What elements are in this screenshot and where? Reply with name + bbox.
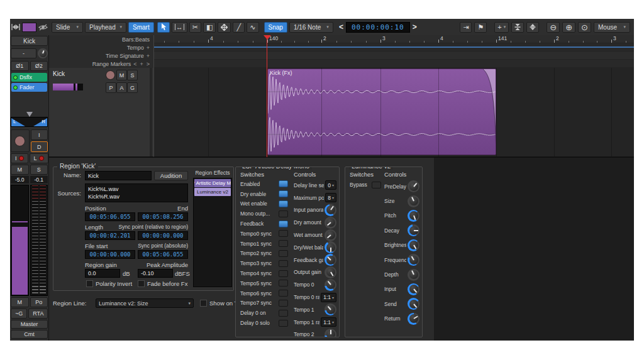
luminance-knob-predelay[interactable] (408, 180, 419, 192)
track-canvas[interactable]: Kick (Fx) (153, 68, 634, 157)
ruler-action-prev[interactable]: < (133, 61, 136, 67)
time-signature-ruler[interactable] (154, 52, 634, 60)
ruler-action-add[interactable]: + (147, 53, 150, 59)
sync-rel-input[interactable]: 00:00:00.000 (138, 231, 188, 240)
lsp-switch-enabled[interactable] (279, 180, 288, 187)
track-playlist-button[interactable]: P (106, 82, 116, 93)
monitor-i-button[interactable]: I (11, 153, 28, 163)
mute-button[interactable]: M (11, 165, 29, 175)
master-output-button[interactable]: Master (11, 320, 48, 329)
grid-dropdown[interactable]: 1/16 Note▾ (289, 22, 333, 33)
strip-po-button[interactable]: Po (30, 297, 48, 307)
range-markers-ruler[interactable] (154, 60, 634, 68)
draw-tool-button[interactable]: ╱ (233, 22, 245, 33)
luminance-knob-pitch[interactable] (408, 210, 419, 222)
ruler-action-next[interactable]: > (147, 61, 150, 67)
marker-icon[interactable]: ⚑ (474, 22, 487, 33)
audio-region-kick[interactable]: Kick (Fx) (267, 68, 496, 155)
luminance-switch-bypass[interactable] (372, 182, 381, 188)
fader-handle[interactable] (12, 221, 28, 222)
monitor-l-button[interactable]: L (30, 153, 48, 163)
lsp-knob-dry-amount[interactable] (325, 217, 336, 229)
file-start-input[interactable]: 00:00:00.000 (85, 250, 135, 259)
region-effect-item[interactable]: P Artistic Delay Mo (194, 179, 231, 187)
track-solo-button[interactable]: S (127, 70, 138, 80)
solo-button[interactable]: S (30, 165, 48, 175)
fade-before-fx-checkbox[interactable]: Fade before Fx (138, 280, 187, 287)
zoom-fit-icon[interactable]: ⊙ (578, 22, 591, 33)
peak-amplitude-input[interactable]: -0.10 (138, 269, 173, 278)
ruler-label-time-signature[interactable]: Time Signature+ (49, 52, 153, 60)
record-enable-button[interactable] (11, 129, 30, 152)
smart-mode-button[interactable]: Smart (128, 22, 154, 33)
lsp-dropdown-tempo-0-ratio[interactable]: 1:1▾ (321, 293, 336, 302)
luminance-knob-input[interactable] (408, 283, 419, 295)
fit-horizontal-icon[interactable] (11, 22, 20, 32)
playhead-marker[interactable] (264, 35, 271, 40)
track-scrollbar[interactable] (150, 68, 152, 156)
luminance-knob-return[interactable] (408, 313, 419, 325)
track-mute-button[interactable]: M (116, 70, 127, 80)
shrink-tracks-button[interactable] (511, 22, 524, 33)
end-input[interactable]: 00:05:08.256 (138, 212, 188, 221)
lsp-switch-dry-enable[interactable] (279, 190, 288, 197)
lsp-knob-input-panorama[interactable] (325, 204, 336, 216)
tempo-ruler[interactable] (154, 43, 634, 52)
track-group-button[interactable]: G (127, 82, 138, 93)
processor-box-space[interactable] (11, 93, 48, 109)
lsp-switch-feedback[interactable] (279, 221, 288, 227)
trim-display[interactable]: - (11, 48, 36, 58)
edit-point-dropdown[interactable]: Playhead▾ (85, 22, 126, 33)
ruler-label-tempo[interactable]: Tempo+ (49, 43, 153, 52)
lsp-knob-feedback-gain[interactable] (325, 254, 336, 266)
prev-punch-button[interactable]: < (337, 23, 345, 31)
luminance-knob-send[interactable] (408, 298, 419, 310)
lsp-switch-tempo3-sync[interactable] (279, 260, 288, 267)
lsp-switch-tempo5-sync[interactable] (279, 280, 288, 287)
timecode-display[interactable]: 00:00:00:10 (346, 22, 410, 33)
region-line-dropdown[interactable]: Luminance v2: Size▾ (96, 298, 194, 308)
lsp-knob-dry-wet-balance[interactable] (325, 241, 336, 253)
peak-display[interactable]: -0.1 (30, 176, 48, 183)
region-name-input[interactable]: Kick (85, 171, 152, 180)
track-record-button[interactable] (106, 70, 115, 80)
trim-knob[interactable] (38, 48, 48, 58)
lsp-knob-wet-amount[interactable] (325, 229, 336, 241)
audition-button[interactable]: Audition (154, 171, 188, 180)
pan-widget[interactable]: L R (11, 109, 48, 128)
ruler-action-add[interactable]: + (147, 45, 150, 51)
lsp-switch-tempo6-sync[interactable] (279, 290, 288, 297)
strip-m-button[interactable]: M (11, 297, 29, 307)
lsp-switch-mono-outp-[interactable] (279, 210, 288, 217)
next-punch-button[interactable]: > (411, 23, 419, 31)
nudge-icon[interactable]: ⇥ (460, 22, 472, 33)
zoom-focus-dropdown[interactable]: Mouse▾ (594, 22, 630, 33)
grab-tool-button[interactable] (157, 22, 170, 33)
gain-fader[interactable] (11, 185, 29, 296)
lsp-switch-tempo1-sync[interactable] (279, 240, 288, 247)
zoom-out-icon[interactable]: ⊖ (547, 22, 560, 33)
range-tool-button[interactable]: ↔ (172, 22, 187, 33)
region-effect-item[interactable]: Luminance v2 (194, 188, 231, 196)
track-header-name[interactable]: Kick (53, 70, 65, 77)
track-header-kick[interactable]: Kick M S P A G (49, 68, 153, 157)
ruler-label-bars-beats[interactable]: Bars:Beats (49, 35, 153, 43)
lsp-switch-delay-0-on[interactable] (279, 310, 288, 317)
lsp-switch-wet-enable[interactable] (279, 200, 288, 207)
lsp-switch-tempo2-sync[interactable] (279, 250, 288, 257)
sync-abs-input[interactable]: 00:05:06.055 (138, 250, 188, 259)
luminance-knob-size[interactable] (408, 195, 419, 207)
luminance-knob-decay[interactable] (408, 224, 419, 236)
track-color-swatch[interactable] (22, 23, 36, 32)
lsp-knob-tempo-2[interactable] (325, 329, 336, 337)
track-name-button[interactable]: Kick (11, 36, 48, 46)
lsp-knob-tempo-0[interactable] (325, 279, 336, 291)
strip-rta-button[interactable]: RTA (28, 309, 48, 319)
lsp-switch-delay-0-solo[interactable] (279, 320, 288, 327)
eye-slash-icon[interactable] (38, 22, 48, 32)
strip-g-button[interactable]: ~G (11, 309, 27, 319)
processor-dsflx[interactable]: Dsflx (11, 73, 47, 82)
timeline-ruler[interactable]: 414023414123 (153, 35, 634, 68)
edit-mode-dropdown[interactable]: Slide▾ (52, 22, 83, 33)
playhead-line[interactable] (267, 35, 267, 157)
